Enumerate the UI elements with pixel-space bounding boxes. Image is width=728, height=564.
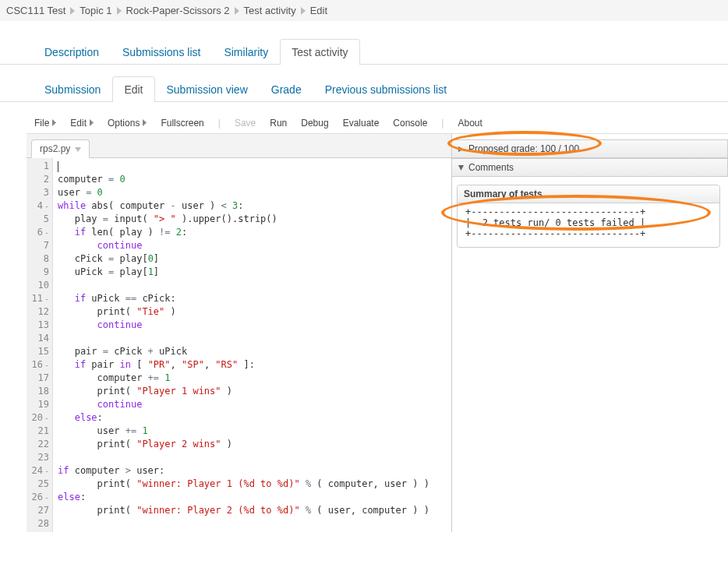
line-number: 11 (27, 292, 49, 305)
line-number: 21 (27, 425, 49, 438)
code-line[interactable] (58, 160, 429, 173)
line-number: 28 (27, 517, 49, 531)
line-number: 12 (27, 305, 49, 319)
code-line[interactable]: uPick = play[1] (58, 266, 429, 279)
subtab-edit[interactable]: Edit (112, 76, 154, 102)
breadcrumb-separator-icon (70, 7, 75, 15)
summary-body: +------------------------------+ | 2 tes… (458, 203, 719, 247)
menu-run[interactable]: Run (270, 118, 287, 129)
chevron-right-icon (90, 118, 94, 129)
breadcrumb-separator-icon (301, 7, 306, 15)
ide-toolbar: File Edit Options Fullscreen | Save Run … (27, 113, 728, 134)
separator: | (218, 118, 221, 129)
chevron-right-icon (52, 118, 56, 129)
tab-submissions-list[interactable]: Submissions list (111, 39, 212, 65)
line-number: 23 (27, 451, 49, 464)
code-line[interactable] (58, 451, 429, 464)
line-number: 15 (27, 345, 49, 358)
code-line[interactable]: continue (58, 239, 429, 252)
comments-label: Comments (468, 162, 514, 173)
code-line[interactable]: print( "winner: Player 2 (%d to %d)" % (… (58, 504, 429, 517)
code-line[interactable]: cPick = play[0] (58, 252, 429, 266)
code-line[interactable]: play = input( "> " ).upper().strip() (58, 213, 429, 226)
code-line[interactable]: if pair in [ "PR", "SP", "RS" ]: (58, 358, 429, 372)
line-number: 10 (27, 279, 49, 292)
tabs-secondary: SubmissionEditSubmission viewGradePrevio… (0, 76, 728, 102)
code-line[interactable]: user = 0 (58, 186, 429, 199)
menu-options[interactable]: Options (108, 118, 147, 129)
code-line[interactable]: print( "winner: Player 1 (%d to %d)" % (… (58, 478, 429, 491)
code-line[interactable]: while abs( computer - user ) < 3: (58, 199, 429, 213)
code-line[interactable] (58, 279, 429, 292)
menu-console[interactable]: Console (393, 118, 427, 129)
code-line[interactable]: else: (58, 491, 429, 504)
tab-description[interactable]: Description (33, 39, 111, 65)
file-tab-rps2[interactable]: rps2.py (31, 139, 90, 158)
breadcrumb-separator-icon (117, 7, 122, 15)
code-line[interactable]: pair = cPick + uPick (58, 345, 429, 358)
line-number: 8 (27, 252, 49, 266)
code-line[interactable]: continue (58, 319, 429, 332)
code-line[interactable] (58, 517, 429, 531)
code-content[interactable]: computer = 0user = 0while abs( computer … (53, 158, 434, 532)
breadcrumb: CSC111 TestTopic 1Rock-Paper-Scissors 2T… (0, 0, 728, 21)
line-number: 7 (27, 239, 49, 252)
line-number: 20 (27, 411, 49, 425)
code-line[interactable]: continue (58, 398, 429, 411)
line-number: 6 (27, 226, 49, 239)
chevron-right-icon (143, 118, 147, 129)
code-line[interactable]: print( "Player 2 wins" ) (58, 438, 429, 451)
breadcrumb-item[interactable]: Test activity (244, 5, 296, 16)
code-line[interactable]: user += 1 (58, 425, 429, 438)
menu-evaluate[interactable]: Evaluate (343, 118, 380, 129)
line-number: 18 (27, 385, 49, 398)
code-line[interactable]: if uPick == cPick: (58, 292, 429, 305)
code-line[interactable]: if len( play ) != 2: (58, 226, 429, 239)
subtab-submission[interactable]: Submission (33, 76, 112, 102)
code-line[interactable]: computer = 0 (58, 173, 429, 186)
summary-title: Summary of tests (458, 185, 719, 203)
code-editor[interactable]: 1234567891011121314151617181920212223242… (27, 158, 451, 532)
subtab-submission-view[interactable]: Submission view (155, 76, 260, 102)
line-number: 24 (27, 464, 49, 478)
menu-options-label: Options (108, 118, 140, 129)
line-number: 25 (27, 478, 49, 491)
menu-debug[interactable]: Debug (301, 118, 328, 129)
code-line[interactable]: else: (58, 411, 429, 425)
subtab-previous-submissions-list[interactable]: Previous submissions list (313, 76, 458, 102)
tab-similarity[interactable]: Similarity (212, 39, 280, 65)
menu-file-label: File (34, 118, 49, 129)
menu-file[interactable]: File (34, 118, 56, 129)
breadcrumb-item[interactable]: Edit (310, 5, 327, 16)
menu-edit[interactable]: Edit (70, 118, 94, 129)
code-line[interactable]: computer += 1 (58, 372, 429, 385)
menu-about[interactable]: About (458, 118, 482, 129)
editor-column: rps2.py 12345678910111213141516171819202… (27, 134, 452, 532)
tab-test-activity[interactable]: Test activity (280, 39, 359, 65)
line-number: 16 (27, 358, 49, 372)
breadcrumb-item[interactable]: CSC111 Test (6, 5, 65, 16)
line-number: 4 (27, 199, 49, 213)
comments-panel[interactable]: Comments (452, 158, 728, 177)
code-line[interactable] (58, 332, 429, 345)
results-column: Proposed grade: 100 / 100 Comments Summa… (452, 134, 728, 532)
chevron-down-icon (75, 143, 81, 154)
summary-of-tests: Summary of tests +----------------------… (457, 185, 720, 248)
triangle-right-icon (458, 143, 464, 154)
line-number: 22 (27, 438, 49, 451)
file-tabs: rps2.py (27, 134, 451, 158)
line-number: 26 (27, 491, 49, 504)
breadcrumb-item[interactable]: Rock-Paper-Scissors 2 (126, 5, 230, 16)
subtab-grade[interactable]: Grade (260, 76, 313, 102)
breadcrumb-item[interactable]: Topic 1 (80, 5, 111, 16)
line-number: 19 (27, 398, 49, 411)
menu-fullscreen[interactable]: Fullscreen (161, 118, 203, 129)
code-line[interactable]: print( "Player 1 wins" ) (58, 385, 429, 398)
line-number: 5 (27, 213, 49, 226)
proposed-grade-panel[interactable]: Proposed grade: 100 / 100 (452, 139, 728, 158)
line-number: 27 (27, 504, 49, 517)
code-line[interactable]: print( "Tie" ) (58, 305, 429, 319)
line-number: 14 (27, 332, 49, 345)
line-number: 1 (27, 160, 49, 173)
code-line[interactable]: if computer > user: (58, 464, 429, 478)
